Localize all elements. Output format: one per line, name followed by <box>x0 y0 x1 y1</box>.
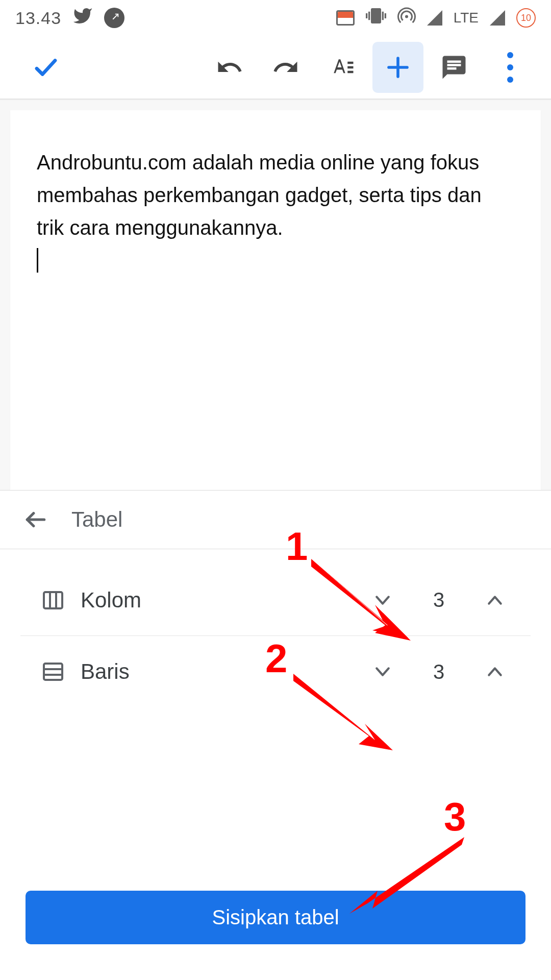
svg-rect-6 <box>44 664 62 680</box>
back-button[interactable] <box>15 499 56 540</box>
data-cap-badge: 10 <box>516 8 536 28</box>
sheet-title: Tabel <box>71 507 122 532</box>
insert-button[interactable] <box>372 42 423 93</box>
text-format-button[interactable] <box>316 42 367 93</box>
done-button[interactable] <box>20 42 71 93</box>
network-type: LTE <box>454 10 479 26</box>
document-area[interactable]: Androbuntu.com adalah media online yang … <box>0 100 551 498</box>
columns-icon <box>41 588 65 612</box>
screenshot-icon <box>104 8 124 28</box>
columns-row: Kolom 3 <box>20 565 531 636</box>
annotation-arrow-3 <box>347 832 474 921</box>
cast-icon <box>336 10 355 26</box>
columns-increase-button[interactable] <box>480 585 510 616</box>
sheet-header: Tabel <box>0 491 551 549</box>
signal-icon-2 <box>490 10 505 26</box>
annotation-arrow-1 <box>306 554 418 648</box>
signal-icon-1 <box>427 10 442 26</box>
editor-toolbar <box>0 36 551 100</box>
hotspot-icon <box>397 7 416 29</box>
rows-row: Baris 3 <box>20 636 531 707</box>
undo-button[interactable] <box>204 42 255 93</box>
comment-button[interactable] <box>429 42 480 93</box>
columns-value: 3 <box>429 589 449 611</box>
rows-value: 3 <box>429 660 449 683</box>
redo-button[interactable] <box>260 42 311 93</box>
document-body-text[interactable]: Androbuntu.com adalah media online yang … <box>37 146 514 244</box>
document-page[interactable]: Androbuntu.com adalah media online yang … <box>10 110 541 498</box>
text-cursor <box>37 248 38 273</box>
annotation-arrow-2 <box>288 669 400 757</box>
status-bar: 13.43 LTE 10 <box>0 0 551 36</box>
rows-increase-button[interactable] <box>480 656 510 687</box>
rows-icon <box>41 659 65 684</box>
vibrate-icon <box>366 6 386 30</box>
status-clock: 13.43 <box>15 8 61 28</box>
twitter-icon <box>72 6 93 30</box>
more-menu-button[interactable] <box>485 42 536 93</box>
svg-rect-3 <box>44 592 62 608</box>
